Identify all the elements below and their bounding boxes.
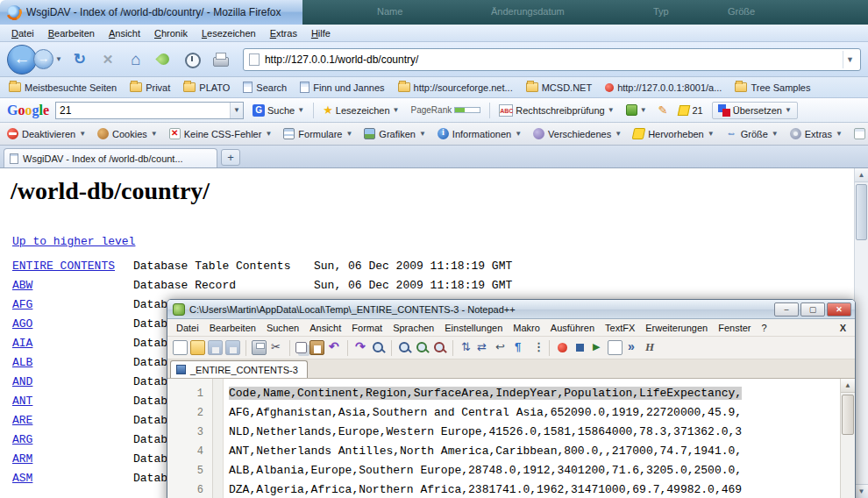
paste-icon[interactable]	[309, 340, 324, 355]
notepad-titlebar[interactable]: C:\Users\Martin\AppData\Local\Temp\_ENTI…	[167, 300, 855, 319]
sync-v-icon[interactable]	[459, 340, 473, 355]
find-term-button[interactable]: 21	[676, 103, 705, 117]
find-replace-icon[interactable]	[397, 340, 412, 355]
play-macro-icon[interactable]	[590, 340, 605, 355]
google-bookmarks-button[interactable]: ★Lesezeichen▼	[320, 102, 402, 118]
scroll-up-icon[interactable]: ▲	[855, 168, 868, 182]
indent-guide-icon[interactable]	[529, 340, 544, 355]
cut-icon[interactable]	[269, 340, 284, 355]
npp-menu-erweiterungen[interactable]: Erweiterungen	[640, 321, 713, 335]
npp-menu-datei[interactable]: Datei	[171, 321, 204, 335]
webdev-informationen[interactable]: Informationen▼	[438, 128, 522, 139]
history-dropdown-icon[interactable]: ▼	[55, 55, 62, 63]
open-folder-icon[interactable]	[190, 340, 205, 355]
npp-menu-einstellungen[interactable]: Einstellungen	[439, 321, 508, 335]
npp-menu-sprachen[interactable]: Sprachen	[388, 321, 439, 335]
npp-menu-fenster[interactable]: Fenster	[713, 321, 756, 335]
entry-link[interactable]: ARG	[12, 433, 32, 446]
bookmark-privat[interactable]: Privat	[130, 82, 170, 93]
document-tab[interactable]: _ENTIRE_CONTENTS-3	[170, 360, 308, 378]
bookmark-meistbesuchte[interactable]: Meistbesuchte Seiten	[9, 82, 117, 93]
run-multiple-icon[interactable]	[625, 340, 640, 355]
google-search-input[interactable]	[56, 104, 230, 117]
search-dropdown-icon[interactable]: ▼	[230, 103, 243, 118]
new-file-icon[interactable]	[173, 340, 188, 355]
zoom-out-icon[interactable]	[432, 340, 447, 355]
maximize-button[interactable]: ▢	[800, 302, 825, 317]
webdev-verschiedenes[interactable]: Verschiedenes▼	[533, 128, 622, 139]
google-search-box[interactable]: ▼	[55, 102, 244, 119]
webdev-hervorheben[interactable]: Hervorheben▼	[633, 128, 715, 139]
url-dropdown-icon[interactable]: ▼	[843, 51, 857, 68]
green-addon-icon[interactable]	[154, 50, 174, 69]
stop-macro-icon[interactable]	[573, 340, 587, 355]
minimize-button[interactable]: –	[774, 302, 799, 317]
browser-scrollbar[interactable]: ▲ ▼	[854, 168, 868, 498]
npp-menu-ausfuehren[interactable]: Ausführen	[545, 321, 600, 335]
entry-link[interactable]: AFG	[12, 298, 32, 311]
bookmark-sourceforge[interactable]: http://sourceforge.net...	[398, 82, 513, 93]
pagerank-widget[interactable]: PageRank	[409, 103, 484, 117]
npp-menu-help[interactable]: ?	[756, 321, 772, 335]
entry-link[interactable]: AND	[12, 375, 32, 388]
record-macro-icon[interactable]	[555, 340, 570, 355]
scrollbar-thumb[interactable]	[856, 184, 867, 240]
sync-h-icon[interactable]	[476, 340, 491, 355]
zoom-in-icon[interactable]	[415, 340, 430, 355]
edit-button[interactable]: ✎	[656, 102, 671, 118]
save-icon[interactable]	[208, 340, 223, 355]
spellcheck-button[interactable]: ABCRechtschreibprüfung▼	[496, 103, 616, 118]
webdev-cookies[interactable]: Cookies▼	[97, 128, 158, 139]
word-wrap-icon[interactable]	[494, 340, 509, 355]
npp-menu-bearbeiten[interactable]: Bearbeiten	[204, 321, 261, 335]
npp-menu-format[interactable]: Format	[346, 321, 388, 335]
home-icon[interactable]: ⌂	[126, 50, 146, 69]
google-search-button[interactable]: GSuche▼	[250, 103, 307, 118]
print-icon[interactable]	[210, 50, 230, 69]
entry-link[interactable]: ENTIRE CONTENTS	[12, 260, 115, 273]
entry-link[interactable]: AGO	[12, 317, 32, 331]
entry-link[interactable]: ARE	[12, 414, 32, 427]
url-input[interactable]	[265, 53, 843, 66]
editor-scrollbar[interactable]: ▲	[840, 379, 855, 498]
menu-hilfe[interactable]: Hilfe	[305, 26, 337, 40]
webdev-extras[interactable]: Extras▼	[790, 128, 843, 139]
notepad-window[interactable]: C:\Users\Martin\AppData\Local\Temp\_ENTI…	[167, 299, 856, 498]
npp-menu-suchen[interactable]: Suchen	[261, 321, 304, 335]
bookmark-mcsd[interactable]: MCSD.NET	[526, 82, 592, 93]
webdev-formulare[interactable]: Formulare▼	[283, 128, 352, 139]
firefox-titlebar[interactable]: WsgiDAV - Index of /world-db/country/ - …	[0, 0, 302, 25]
save-all-icon[interactable]	[225, 340, 240, 355]
entry-link[interactable]: ABW	[12, 279, 32, 292]
entry-link[interactable]: AIA	[12, 337, 32, 350]
translate-button[interactable]: Übersetzen▼	[712, 102, 798, 119]
tab-wsgidav[interactable]: WsgiDAV - Index of /world-db/count...	[4, 148, 217, 167]
bookmark-plato[interactable]: PLATO	[183, 82, 230, 93]
new-tab-button[interactable]: +	[221, 149, 240, 166]
stop-icon[interactable]: ✕	[98, 50, 117, 69]
npp-menu-makro[interactable]: Makro	[508, 321, 545, 335]
entry-link[interactable]: ASM	[12, 472, 32, 485]
menu-extras[interactable]: Extras	[264, 26, 303, 40]
webdev-deaktivieren[interactable]: Deaktivieren▼	[7, 128, 86, 139]
bookmark-finn-und-jannes[interactable]: Finn und Jannes	[300, 82, 384, 93]
doc-close-x[interactable]: X	[840, 323, 851, 333]
npp-menu-textfx[interactable]: TextFX	[600, 321, 640, 335]
forward-button[interactable]	[33, 49, 53, 69]
entry-link[interactable]: ARM	[12, 452, 32, 466]
menu-ansicht[interactable]: Ansicht	[103, 26, 146, 40]
redo-icon[interactable]	[353, 340, 368, 355]
menu-chronik[interactable]: Chronik	[148, 26, 194, 40]
back-button[interactable]	[7, 45, 37, 75]
menu-lesezeichen[interactable]: Lesezeichen	[196, 26, 262, 40]
show-all-chars-icon[interactable]	[511, 340, 526, 355]
menu-datei[interactable]: Datei	[5, 26, 40, 40]
location-bar[interactable]: ▼	[243, 48, 861, 71]
find-icon[interactable]	[371, 340, 386, 355]
editor-text-area[interactable]: Code,Name,Continent,Region,SurfaceArea,I…	[224, 379, 855, 498]
webdev-groesse[interactable]: ⇔Größe▼	[726, 128, 779, 139]
scroll-down-icon[interactable]: ▼	[855, 484, 868, 498]
autofill-button[interactable]: ▼	[623, 103, 650, 117]
bookmark-search[interactable]: Search	[243, 82, 287, 93]
entry-link[interactable]: ANT	[12, 395, 32, 408]
